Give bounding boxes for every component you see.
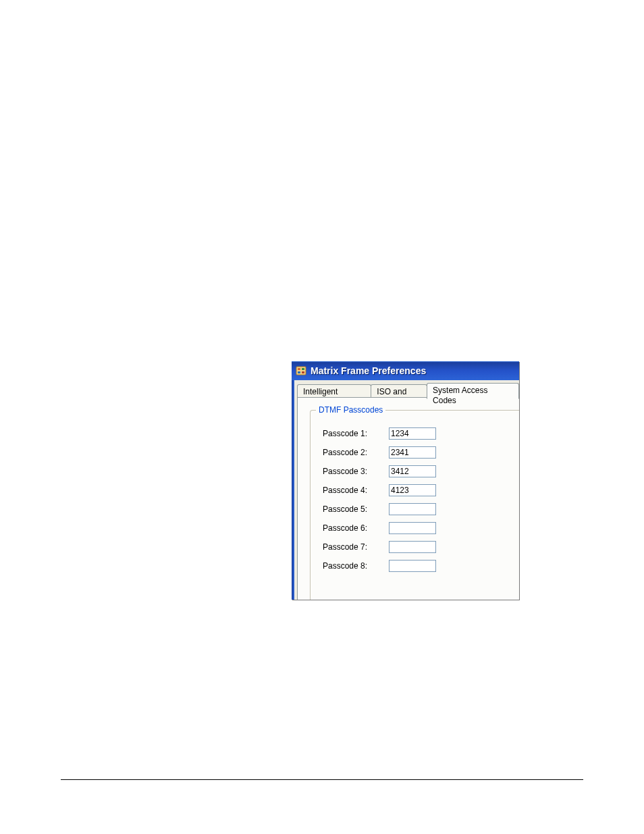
passcode-input-8[interactable] [389, 560, 436, 572]
passcode-input-1[interactable] [389, 427, 436, 440]
passcode-row: Passcode 4: [323, 481, 436, 500]
svg-rect-3 [298, 371, 300, 373]
passcode-row: Passcode 5: [323, 500, 436, 519]
passcode-input-4[interactable] [389, 484, 436, 496]
passcode-label: Passcode 8: [323, 561, 389, 571]
passcode-label: Passcode 1: [323, 429, 389, 438]
dialog-client-area: Intelligent Linking ISO and IFB System A… [294, 380, 519, 600]
passcode-label: Passcode 3: [323, 467, 389, 476]
app-icon [296, 365, 306, 376]
passcode-label: Passcode 6: [323, 523, 389, 533]
tab-panel-system-access-codes: DTMF Passcodes Passcode 1: Passcode 2: P… [297, 397, 519, 600]
passcode-label: Passcode 2: [323, 448, 389, 457]
passcode-input-3[interactable] [389, 465, 436, 477]
passcode-label: Passcode 4: [323, 486, 389, 495]
tab-intelligent-linking[interactable]: Intelligent Linking [297, 384, 371, 398]
passcode-input-7[interactable] [389, 541, 436, 553]
tab-strip: Intelligent Linking ISO and IFB System A… [297, 383, 519, 398]
window-title: Matrix Frame Preferences [311, 365, 426, 376]
dtmf-passcodes-group: DTMF Passcodes Passcode 1: Passcode 2: P… [310, 410, 519, 600]
tab-iso-and-ifb[interactable]: ISO and IFB [371, 384, 427, 398]
passcode-row: Passcode 1: [323, 424, 436, 443]
tab-system-access-codes[interactable]: System Access Codes [427, 383, 519, 399]
svg-rect-1 [298, 368, 300, 370]
passcode-row: Passcode 3: [323, 462, 436, 481]
passcode-input-5[interactable] [389, 503, 436, 515]
group-title: DTMF Passcodes [316, 405, 385, 415]
passcode-input-6[interactable] [389, 522, 436, 534]
svg-rect-2 [302, 368, 304, 370]
footer-rule [61, 779, 583, 780]
passcode-row: Passcode 7: [323, 538, 436, 556]
svg-rect-4 [302, 371, 304, 373]
passcode-label: Passcode 5: [323, 504, 389, 514]
matrix-frame-preferences-dialog: Matrix Frame Preferences Intelligent Lin… [292, 361, 519, 600]
passcode-input-2[interactable] [389, 446, 436, 459]
passcode-label: Passcode 7: [323, 542, 389, 552]
passcode-row: Passcode 8: [323, 556, 436, 575]
passcode-rows: Passcode 1: Passcode 2: Passcode 3: Pass… [323, 424, 436, 575]
svg-rect-0 [296, 367, 306, 375]
title-bar[interactable]: Matrix Frame Preferences [292, 361, 519, 380]
passcode-row: Passcode 2: [323, 443, 436, 462]
passcode-row: Passcode 6: [323, 519, 436, 538]
